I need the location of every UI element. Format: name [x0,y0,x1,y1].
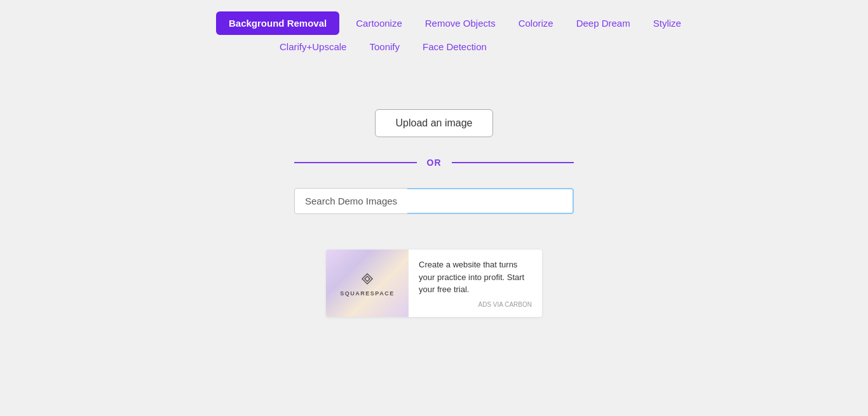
or-line-right [452,162,574,163]
nav-btn-deep-dream[interactable]: Deep Dream [565,11,642,35]
or-divider: OR [294,158,574,168]
nav-btn-clarify-upscale[interactable]: Clarify+Upscale [268,35,358,58]
nav-btn-remove-objects[interactable]: Remove Objects [414,11,507,35]
squarespace-logo: SQUARESPACE [340,270,394,297]
ad-text-side: Create a website that turns your practic… [409,250,542,317]
ads-via-carbon: ADS VIA CARBON [419,301,532,308]
search-demo-label: Search Demo Images [294,188,407,214]
nav-btn-face-detection[interactable]: Face Detection [411,35,498,58]
search-input[interactable] [407,188,574,214]
nav-btn-cartoonize[interactable]: Cartoonize [344,11,414,35]
squarespace-text: SQUARESPACE [340,290,394,297]
nav-row-1: Background Removal Cartoonize Remove Obj… [216,11,652,35]
nav-btn-colorize[interactable]: Colorize [507,11,565,35]
nav-btn-stylize[interactable]: Stylize [642,11,693,35]
nav-btn-background-removal[interactable]: Background Removal [216,11,339,35]
navigation: Background Removal Cartoonize Remove Obj… [0,0,868,58]
ad-description: Create a website that turns your practic… [419,258,532,296]
or-line-left [294,162,417,163]
upload-button[interactable]: Upload an image [375,109,494,137]
nav-row-2: Clarify+Upscale Toonify Face Detection [216,35,652,58]
main-content: Upload an image OR Search Demo Images SQ… [0,109,868,317]
nav-btn-toonify[interactable]: Toonify [358,35,411,58]
squarespace-icon [358,270,376,288]
ad-image: SQUARESPACE [326,250,409,317]
search-demo-container: Search Demo Images [294,188,574,214]
ad-banner[interactable]: SQUARESPACE Create a website that turns … [326,250,542,317]
or-text: OR [427,158,442,168]
